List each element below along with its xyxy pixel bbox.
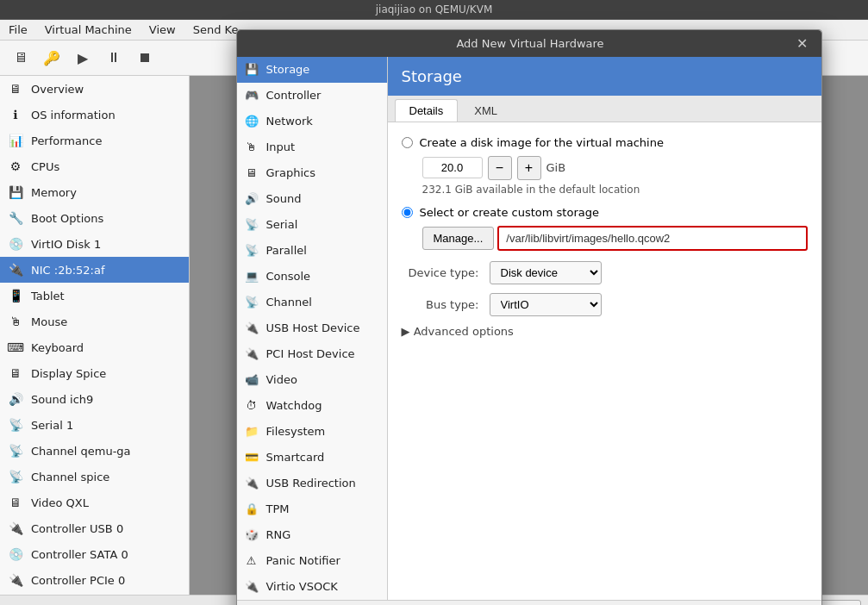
hw-item-graphics[interactable]: 🖥 Graphics [237,160,387,186]
sidebar-item-controller-pcie[interactable]: 🔌 Controller PCIe 0 [0,567,189,593]
details-toolbar-btn[interactable]: 🔑 [38,44,66,72]
hw-item-input[interactable]: 🖱 Input [237,134,387,160]
hw-item-network[interactable]: 🌐 Network [237,109,387,134]
sidebar-item-overview[interactable]: 🖥 Overview [0,76,189,102]
smartcard-hw-icon: 💳 [244,450,259,465]
sidebar-item-sound-ich9[interactable]: 🔊 Sound ich9 [0,386,189,412]
channel-hw-icon: 📡 [244,295,259,310]
channel-qemu-icon: 📡 [7,442,24,459]
memory-icon: 💾 [7,184,24,201]
sidebar-item-controller-virtio[interactable]: 🔌 Controller VirtIO Serial 0 [0,593,189,595]
detail-panel: Storage Details XML Create a [388,57,821,600]
sidebar-item-virtio-disk[interactable]: 💿 VirtIO Disk 1 [0,231,189,257]
detail-content: Create a disk image for the virtual mach… [388,122,821,600]
controller-pcie-icon: 🔌 [7,571,24,589]
hw-label-usb-redir: USB Redirection [266,477,356,490]
sidebar-label-mouse: Mouse [31,315,67,328]
hw-item-vsock[interactable]: 🔌 Virtio VSOCK [237,574,387,600]
graphics-hw-icon: 🖥 [244,165,259,181]
device-type-select[interactable]: Disk device [490,261,602,284]
sidebar-item-controller-sata[interactable]: 💿 Controller SATA 0 [0,541,189,567]
hw-label-serial: Serial [266,218,298,231]
sidebar-label-channel-qemu-ga: Channel qemu-ga [31,445,131,458]
advanced-options-toggle[interactable]: ▶ Advanced options [402,325,808,338]
custom-storage-radio[interactable] [402,207,413,218]
disk-available-label: 232.1 GiB available in the default locat… [422,184,808,196]
detail-header: Storage [388,57,821,96]
sidebar-item-mouse[interactable]: 🖱 Mouse [0,309,189,334]
parallel-hw-icon: 📡 [244,243,259,259]
modal-close-button[interactable]: ✕ [793,35,811,52]
hw-item-panic[interactable]: ⚠ Panic Notifier [237,548,387,574]
sidebar-item-keyboard[interactable]: ⌨ Keyboard [0,334,189,360]
disk-size-input[interactable] [422,157,483,178]
hw-item-smartcard[interactable]: 💳 Smartcard [237,445,387,471]
create-disk-radio[interactable] [402,137,413,148]
pci-host-hw-icon: 🔌 [244,346,259,362]
modal-footer: Cancel Finish [237,600,821,606]
sidebar-item-nic[interactable]: 🔌 NIC :2b:52:af [0,257,189,283]
hw-item-rng[interactable]: 🎲 RNG [237,522,387,548]
storage-path-input[interactable] [497,226,807,251]
add-hw-modal: Add New Virtual Hardware ✕ 💾 Storage 🎮 C… [236,29,822,606]
hw-item-pci-host[interactable]: 🔌 PCI Host Device [237,341,387,367]
tab-details[interactable]: Details [395,99,459,122]
sidebar-label-memory: Memory [31,186,77,199]
sidebar-item-cpus[interactable]: ⚙ CPUs [0,153,189,179]
hw-item-storage[interactable]: 💾 Storage [237,57,387,83]
sidebar-item-boot-options[interactable]: 🔧 Boot Options [0,205,189,231]
bus-type-label: Bus type: [402,298,479,311]
sidebar-label-keyboard: Keyboard [31,341,84,354]
menu-view[interactable]: View [146,22,179,38]
hw-item-sound[interactable]: 🔊 Sound [237,186,387,212]
custom-storage-label: Select or create custom storage [420,206,599,219]
controller-sata-icon: 💿 [7,546,24,563]
sidebar-item-video-qxl[interactable]: 🖥 Video QXL [0,490,189,515]
sidebar-label-channel-spice: Channel spice [31,471,109,483]
sidebar-item-tablet[interactable]: 📱 Tablet [0,283,189,309]
sidebar-item-display-spice[interactable]: 🖥 Display Spice [0,360,189,386]
hw-item-video[interactable]: 📹 Video [237,367,387,393]
hw-item-parallel[interactable]: 📡 Parallel [237,238,387,264]
hw-item-controller[interactable]: 🎮 Controller [237,83,387,109]
hw-label-storage: Storage [266,63,310,76]
sidebar-item-memory[interactable]: 💾 Memory [0,179,189,205]
pause-toolbar-btn[interactable]: ⏸ [100,44,128,72]
hw-item-filesystem[interactable]: 📁 Filesystem [237,419,387,445]
manage-button[interactable]: Manage... [422,227,495,250]
sidebar-item-channel-spice[interactable]: 📡 Channel spice [0,464,189,490]
tab-xml[interactable]: XML [459,99,512,122]
sidebar-item-serial1[interactable]: 📡 Serial 1 [0,412,189,438]
hw-label-parallel: Parallel [266,244,307,257]
sidebar-item-channel-qemu-ga[interactable]: 📡 Channel qemu-ga [0,438,189,464]
stop-toolbar-btn[interactable]: ⏹ [131,44,159,72]
size-decrease-button[interactable]: − [488,156,512,180]
hw-label-smartcard: Smartcard [266,451,325,464]
hw-item-channel[interactable]: 📡 Channel [237,290,387,315]
hw-item-serial[interactable]: 📡 Serial [237,212,387,238]
hw-label-watchdog: Watchdog [266,399,322,412]
console-hw-icon: 💻 [244,269,259,284]
sidebar-item-performance[interactable]: 📊 Performance [0,128,189,153]
menu-file[interactable]: File [5,22,31,38]
play-toolbar-btn[interactable]: ▶ [69,44,97,72]
main-titlebar: jiaqijiao on QEMU/KVM [0,0,868,20]
overview-toolbar-btn[interactable]: 🖥 [7,44,34,72]
hw-item-usb-redir[interactable]: 🔌 USB Redirection [237,471,387,496]
keyboard-icon: ⌨ [7,339,24,356]
hw-item-console[interactable]: 💻 Console [237,264,387,290]
hw-item-watchdog[interactable]: ⏱ Watchdog [237,393,387,419]
hw-item-tpm[interactable]: 🔒 TPM [237,496,387,522]
hw-item-usb-host[interactable]: 🔌 USB Host Device [237,315,387,341]
size-increase-button[interactable]: + [517,156,541,180]
sound-ich9-icon: 🔊 [7,390,24,408]
sidebar-label-tablet: Tablet [31,290,65,302]
sidebar-label-controller-pcie: Controller PCIe 0 [31,574,125,587]
sidebar-label-nic: NIC :2b:52:af [31,264,105,277]
sidebar-item-os-info[interactable]: ℹ OS information [0,102,189,128]
sidebar-item-controller-usb[interactable]: 🔌 Controller USB 0 [0,515,189,541]
menu-vm[interactable]: Virtual Machine [41,22,135,38]
tablet-icon: 📱 [7,287,24,304]
hw-label-usb-host: USB Host Device [266,321,360,334]
bus-type-select[interactable]: VirtIO [490,293,602,316]
